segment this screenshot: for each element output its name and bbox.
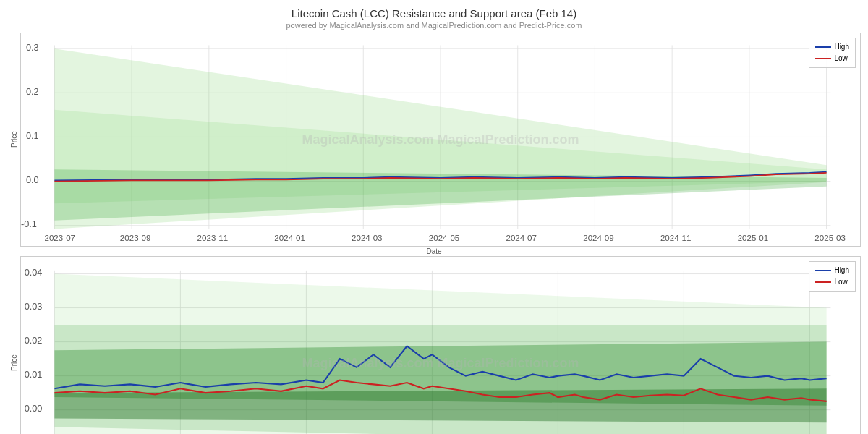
svg-text:0.3: 0.3 — [26, 41, 39, 52]
bottom-legend-low: Low — [815, 276, 849, 288]
svg-text:2023-11: 2023-11 — [197, 233, 229, 242]
svg-text:2023-07: 2023-07 — [44, 233, 75, 242]
svg-text:2025-03: 2025-03 — [814, 233, 846, 242]
top-legend-high: High — [815, 41, 849, 53]
svg-text:2023-09: 2023-09 — [120, 233, 151, 242]
top-legend-low: Low — [815, 53, 849, 64]
svg-text:2024-03: 2024-03 — [352, 233, 383, 242]
top-chart-svg: 0.3 0.2 0.1 0.0 -0.1 — [21, 33, 860, 246]
svg-text:2024-07: 2024-07 — [506, 233, 537, 242]
high-line-icon — [815, 46, 831, 48]
svg-text:2024-09: 2024-09 — [583, 233, 614, 242]
svg-text:0.04: 0.04 — [25, 267, 43, 278]
svg-text:0.1: 0.1 — [26, 130, 39, 141]
svg-text:0.02: 0.02 — [25, 335, 43, 346]
page-container: Litecoin Cash (LCC) Resistance and Suppo… — [0, 0, 868, 434]
bottom-legend: High Low — [809, 261, 856, 292]
top-x-axis-label: Date — [7, 247, 861, 255]
bottom-dark-green — [54, 388, 826, 422]
top-legend-high-label: High — [834, 41, 849, 53]
bottom-chart-svg: 0.04 0.03 0.02 0.01 0.00 -0.01 — [21, 257, 860, 434]
svg-text:2024-05: 2024-05 — [429, 233, 460, 242]
bottom-legend-low-label: Low — [834, 276, 847, 288]
svg-text:0.00: 0.00 — [25, 403, 43, 414]
top-y-label: Price — [7, 33, 20, 247]
bottom-chart-wrapper: Price MagicalAnalysis.com MagicalPredict… — [7, 256, 861, 434]
svg-text:2025-01: 2025-01 — [738, 233, 769, 242]
svg-text:-0.1: -0.1 — [21, 218, 37, 229]
bottom-legend-high: High — [815, 265, 849, 276]
bottom-chart-area: MagicalAnalysis.com MagicalPrediction.co… — [20, 256, 861, 434]
svg-text:2024-11: 2024-11 — [660, 233, 692, 242]
chart-title: Litecoin Cash (LCC) Resistance and Suppo… — [7, 7, 861, 20]
bottom-legend-high-label: High — [834, 265, 849, 276]
low-line-icon — [815, 58, 831, 59]
bottom-high-line-icon — [815, 270, 831, 271]
top-chart-area: MagicalAnalysis.com MagicalPrediction.co… — [20, 33, 861, 247]
chart-subtitle: powered by MagicalAnalysis.com and Magic… — [7, 21, 861, 30]
bottom-low-line-icon — [815, 281, 831, 283]
top-legend: High Low — [809, 38, 856, 68]
charts-container: Price MagicalAnalysis.com MagicalPredict… — [7, 33, 861, 434]
bottom-y-label: Price — [7, 256, 20, 434]
svg-text:0.03: 0.03 — [25, 301, 43, 312]
top-legend-low-label: Low — [834, 53, 847, 64]
svg-text:2024-01: 2024-01 — [274, 233, 305, 242]
svg-text:0.2: 0.2 — [26, 86, 39, 97]
svg-text:0.0: 0.0 — [26, 174, 39, 185]
svg-text:0.01: 0.01 — [25, 369, 43, 380]
top-chart-wrapper: Price MagicalAnalysis.com MagicalPredict… — [7, 33, 861, 247]
